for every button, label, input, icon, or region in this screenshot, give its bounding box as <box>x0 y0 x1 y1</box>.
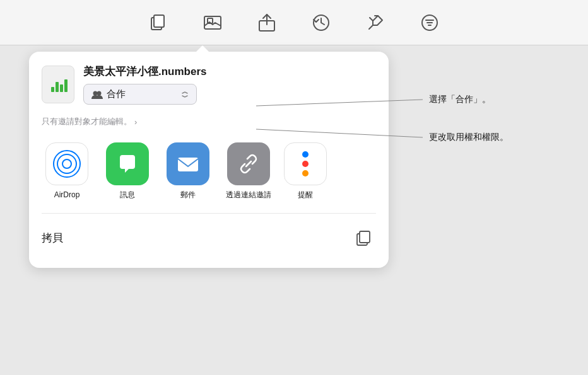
svg-rect-12 <box>56 82 59 92</box>
dot-blue <box>302 151 309 158</box>
filter-icon[interactable] <box>418 11 442 35</box>
svg-rect-13 <box>60 84 63 92</box>
annotation-collab: 選擇「合作」。 <box>429 93 491 105</box>
share-upload-icon[interactable] <box>255 11 279 35</box>
svg-rect-1 <box>154 15 164 27</box>
mail-label: 郵件 <box>180 190 196 200</box>
svg-point-15 <box>93 91 98 95</box>
panel-pointer <box>196 45 209 52</box>
messages-icon-box <box>106 142 149 185</box>
mail-icon <box>174 150 202 178</box>
permission-text: 只有邀請對象才能編輯。 <box>42 116 132 127</box>
annotation-collab-text: 選擇「合作」。 <box>429 94 491 104</box>
pin-icon[interactable] <box>363 11 387 35</box>
link-icon <box>236 151 261 176</box>
share-item-messages[interactable]: 訊息 <box>102 142 153 200</box>
share-panel: 美景太平洋小徑.numbers 合作 只有邀請對象才能編輯。 › <box>29 52 389 268</box>
svg-rect-19 <box>360 231 370 243</box>
share-row: AirDrop 訊息 郵件 <box>42 142 376 200</box>
copy-pages-icon[interactable] <box>146 11 170 35</box>
dot-orange <box>302 170 309 176</box>
permission-row[interactable]: 只有邀請對象才能編輯。 › <box>42 113 376 130</box>
airdrop-circles <box>50 147 83 180</box>
reminder-label: 提醒 <box>298 190 313 200</box>
svg-rect-17 <box>178 158 198 171</box>
copy-button[interactable] <box>352 226 376 250</box>
svg-rect-11 <box>51 87 54 92</box>
reminder-icon-box <box>284 142 327 185</box>
history-icon[interactable] <box>309 11 333 35</box>
svg-point-16 <box>97 91 102 95</box>
mail-icon-box <box>167 142 209 185</box>
annotation-permission: 更改取用權和權限。 <box>429 131 509 143</box>
airdrop-label: AirDrop <box>54 190 80 200</box>
copy-row[interactable]: 拷貝 <box>42 221 376 255</box>
share-item-airdrop[interactable]: AirDrop <box>42 142 92 200</box>
svg-rect-14 <box>64 79 68 92</box>
dot-red <box>302 161 309 167</box>
airdrop-inner-circle <box>62 159 72 169</box>
file-icon <box>42 66 74 103</box>
file-info: 美景太平洋小徑.numbers 合作 <box>83 64 207 105</box>
chevron-updown-icon <box>181 91 189 98</box>
share-item-reminder[interactable]: 提醒 <box>284 142 327 200</box>
link-invite-label: 透過連結邀請 <box>226 190 271 200</box>
people-icon <box>91 90 103 99</box>
image-gallery-icon[interactable] <box>201 11 225 35</box>
airdrop-icon-box <box>45 142 88 185</box>
toolbar <box>0 0 588 45</box>
file-header: 美景太平洋小徑.numbers 合作 <box>42 64 376 105</box>
chevron-right-icon: › <box>134 117 137 127</box>
copy-label: 拷貝 <box>42 231 63 245</box>
copy-icon <box>355 229 373 247</box>
messages-label: 訊息 <box>120 190 135 200</box>
collab-label: 合作 <box>107 88 126 100</box>
messages-icon <box>115 151 140 176</box>
annotation-permission-text: 更改取用權和權限。 <box>429 132 509 142</box>
collab-dropdown[interactable]: 合作 <box>83 84 197 105</box>
file-name: 美景太平洋小徑.numbers <box>83 64 207 79</box>
link-icon-box <box>227 142 270 185</box>
share-item-link[interactable]: 透過連結邀請 <box>223 142 274 200</box>
share-item-mail[interactable]: 郵件 <box>163 142 213 200</box>
